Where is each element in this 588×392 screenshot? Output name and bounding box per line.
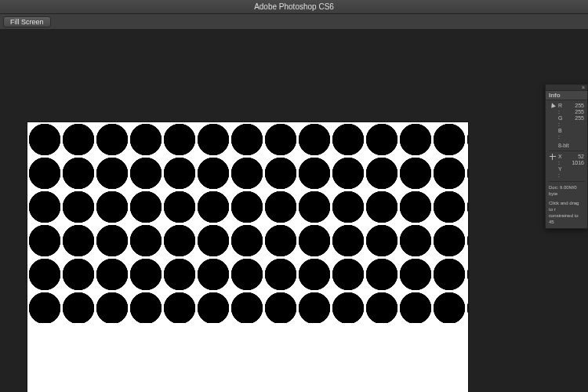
info-panel-tab[interactable]: Info	[546, 91, 587, 100]
eyedropper-icon	[550, 102, 556, 108]
app-title: Adobe Photoshop CS6	[254, 2, 334, 11]
close-icon: ×	[582, 85, 585, 90]
tool-hint: Click and drag to r constrained to 45	[549, 200, 584, 225]
rgb-b-value: 255	[563, 115, 584, 122]
rgb-g-value: 255	[563, 109, 584, 115]
color-depth: 8-bit	[558, 143, 584, 148]
view-mode-button[interactable]: Fill Screen	[3, 16, 51, 27]
canvas-artwork	[27, 122, 468, 323]
options-bar: Fill Screen	[0, 14, 588, 30]
info-panel-tab-label: Info	[549, 92, 561, 99]
workspace	[0, 30, 588, 392]
pos-x-value: 52	[563, 154, 584, 160]
doc-size-readout: Doc: 9.00M/0 byte	[549, 184, 584, 197]
view-mode-label: Fill Screen	[10, 18, 44, 26]
document-canvas[interactable]	[27, 122, 468, 392]
panel-close-button[interactable]: ×	[546, 85, 587, 91]
pos-y-value: 1016	[563, 160, 584, 166]
info-panel: × Info R : G : B : 255 255 255 8-bit X :…	[545, 84, 588, 229]
info-panel-body: R : G : B : 255 255 255 8-bit X : Y : 52…	[546, 100, 587, 228]
rgb-r-value: 255	[563, 103, 584, 109]
crosshair-icon	[550, 154, 556, 160]
pos-y-label: Y :	[558, 166, 563, 179]
app-titlebar: Adobe Photoshop CS6	[0, 0, 588, 14]
rgb-b-label: B :	[558, 128, 563, 140]
